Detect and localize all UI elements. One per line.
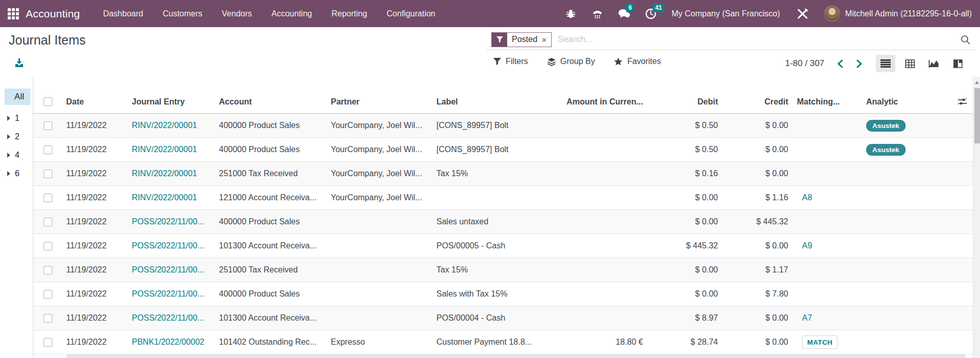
select-all-checkbox[interactable] xyxy=(44,97,52,106)
view-switcher xyxy=(876,55,968,72)
voip-phone-icon[interactable] xyxy=(591,7,604,20)
header-credit[interactable]: Credit xyxy=(723,97,793,107)
journal-entry-link[interactable]: RINV/2022/00001 xyxy=(132,193,197,202)
activities-clock-icon[interactable]: 41 xyxy=(644,7,657,20)
caret-right-icon xyxy=(7,116,10,121)
row-checkbox[interactable] xyxy=(44,266,52,275)
journal-entry-link[interactable]: PBNK1/2022/00002 xyxy=(132,338,204,346)
list-view-button[interactable] xyxy=(876,55,895,72)
app-name[interactable]: Accounting xyxy=(26,8,80,20)
graph-view-button[interactable] xyxy=(924,55,944,72)
sidebar-group-2[interactable]: 2 xyxy=(0,128,33,146)
nav-menu-dashboard[interactable]: Dashboard xyxy=(93,0,153,27)
messages-icon[interactable]: 6 xyxy=(617,7,631,20)
journal-entry-link[interactable]: POSS/2022/11/00... xyxy=(132,289,204,298)
table-row[interactable]: 11/19/2022POSS/2022/11/00...400000 Produ… xyxy=(33,210,973,234)
sidebar-group-label: 4 xyxy=(15,151,19,160)
optional-columns-icon[interactable] xyxy=(952,97,973,106)
pager-previous-icon[interactable] xyxy=(837,59,844,68)
header-label[interactable]: Label xyxy=(432,97,557,107)
company-switcher[interactable]: My Company (San Francisco) xyxy=(671,9,780,18)
kanban-view-button[interactable] xyxy=(948,55,968,72)
cell-debit: $ 0.16 xyxy=(648,169,723,178)
apps-menu-icon[interactable] xyxy=(8,8,19,19)
table-row[interactable]: 11/19/2022RINV/2022/00001400000 Product … xyxy=(33,114,973,138)
export-download-icon[interactable] xyxy=(14,58,24,68)
match-button[interactable]: MATCH xyxy=(802,335,837,349)
cell-account: 251000 Tax Received xyxy=(215,169,327,178)
vertical-scrollbar[interactable] xyxy=(973,77,980,358)
table-row[interactable]: 11/19/2022PBNK1/2022/00002101402 Outstan… xyxy=(33,330,973,354)
header-amount-currency[interactable]: Amount in Curren... xyxy=(557,97,648,107)
table-row[interactable]: 11/19/2022POSS/2022/11/00...101300 Accou… xyxy=(33,306,973,330)
activities-count-badge: 41 xyxy=(653,3,664,12)
table-row[interactable]: 11/19/2022POSS/2022/11/00...101300 Accou… xyxy=(33,234,973,258)
caret-right-icon xyxy=(7,134,10,139)
sidebar-item-all[interactable]: All xyxy=(5,89,30,105)
search-input[interactable] xyxy=(557,34,956,45)
cell-date: 11/19/2022 xyxy=(62,338,128,347)
search-icon[interactable] xyxy=(960,34,971,45)
row-checkbox[interactable] xyxy=(44,218,52,226)
row-checkbox[interactable] xyxy=(44,338,52,347)
row-checkbox[interactable] xyxy=(44,170,52,178)
page-title: Journal Items xyxy=(9,33,86,48)
row-checkbox[interactable] xyxy=(44,121,52,130)
nav-menu-configuration[interactable]: Configuration xyxy=(377,0,445,27)
search-facet-posted[interactable]: Posted × xyxy=(491,32,552,47)
pivot-view-button[interactable] xyxy=(900,55,919,72)
sidebar-group-1[interactable]: 1 xyxy=(0,109,33,128)
user-menu[interactable]: Mitchell Admin (21182295-16-0-all) xyxy=(845,9,972,18)
nav-menu-accounting[interactable]: Accounting xyxy=(262,0,322,27)
row-checkbox[interactable] xyxy=(44,290,52,299)
scroll-up-icon[interactable] xyxy=(975,81,979,84)
nav-menu-vendors[interactable]: Vendors xyxy=(212,0,262,27)
journal-entry-link[interactable]: POSS/2022/11/00... xyxy=(132,313,204,322)
header-date[interactable]: Date xyxy=(62,97,128,107)
matching-code-link[interactable]: A8 xyxy=(802,193,812,202)
journal-entry-link[interactable]: POSS/2022/11/00... xyxy=(132,241,204,250)
table-row[interactable]: 11/19/2022POSS/2022/11/00...251000 Tax R… xyxy=(33,258,973,282)
journal-entry-link[interactable]: RINV/2022/00001 xyxy=(132,121,197,130)
pager-next-icon[interactable] xyxy=(856,59,863,68)
header-analytic[interactable]: Analytic xyxy=(862,97,952,107)
row-checkbox[interactable] xyxy=(44,145,52,154)
header-account[interactable]: Account xyxy=(215,97,327,107)
matching-code-link[interactable]: A9 xyxy=(802,241,812,250)
user-avatar[interactable] xyxy=(824,6,840,22)
facet-remove-icon[interactable]: × xyxy=(542,35,547,44)
cell-account: 400000 Product Sales xyxy=(215,217,327,226)
scrollbar-thumb[interactable] xyxy=(974,88,980,143)
table-row[interactable]: 11/19/2022POSS/2022/11/00...400000 Produ… xyxy=(33,282,973,306)
header-debit[interactable]: Debit xyxy=(648,97,723,107)
journal-entry-link[interactable]: POSS/2022/11/00... xyxy=(132,265,204,274)
header-journal-entry[interactable]: Journal Entry xyxy=(128,97,215,107)
table-row[interactable]: 11/19/2022RINV/2022/00001251000 Tax Rece… xyxy=(33,162,973,186)
table-row[interactable]: 11/19/2022RINV/2022/00001121000 Account … xyxy=(33,186,973,210)
filters-button[interactable]: Filters xyxy=(493,57,528,66)
table-row[interactable]: 11/19/2022RINV/2022/00001400000 Product … xyxy=(33,138,973,162)
favorites-button[interactable]: Favorites xyxy=(614,57,661,66)
row-checkbox[interactable] xyxy=(44,194,52,202)
matching-code-link[interactable]: A7 xyxy=(802,313,812,322)
journal-entry-link[interactable]: RINV/2022/00001 xyxy=(132,145,197,154)
messages-count-badge: 6 xyxy=(626,3,634,12)
row-checkbox[interactable] xyxy=(44,242,52,250)
star-icon xyxy=(614,57,623,66)
cell-credit: $ 0.00 xyxy=(723,121,793,130)
tools-icon[interactable] xyxy=(796,7,809,20)
horizontal-scrollbar[interactable] xyxy=(67,354,966,358)
nav-menu-reporting[interactable]: Reporting xyxy=(322,0,376,27)
header-matching[interactable]: Matching... xyxy=(793,97,862,107)
header-partner[interactable]: Partner xyxy=(327,97,432,107)
nav-menu-customers[interactable]: Customers xyxy=(153,0,212,27)
cell-debit: $ 0.50 xyxy=(648,145,723,154)
group-by-button[interactable]: Group By xyxy=(547,57,595,66)
debug-bug-icon[interactable] xyxy=(564,7,577,20)
caret-right-icon xyxy=(7,171,10,176)
sidebar-group-4[interactable]: 4 xyxy=(0,146,33,164)
journal-entry-link[interactable]: POSS/2022/11/00... xyxy=(132,217,204,226)
row-checkbox[interactable] xyxy=(44,314,52,323)
journal-entry-link[interactable]: RINV/2022/00001 xyxy=(132,169,197,178)
sidebar-group-6[interactable]: 6 xyxy=(0,164,33,183)
